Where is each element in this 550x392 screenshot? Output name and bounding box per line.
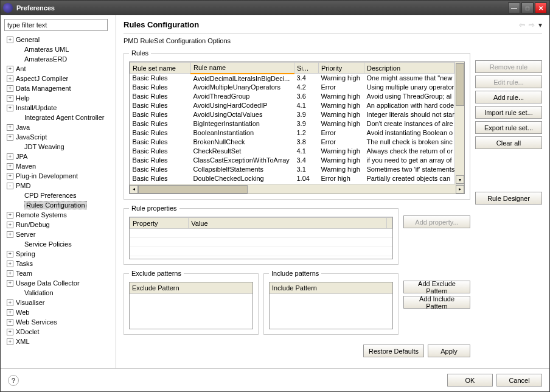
expand-icon[interactable]: + bbox=[7, 75, 13, 82]
tree-item[interactable]: +AspectJ Compiler bbox=[4, 74, 112, 83]
table-row[interactable]: Basic RulesAvoidMultipleUnaryOperators4.… bbox=[130, 83, 454, 92]
scroll-thumb[interactable] bbox=[456, 63, 464, 106]
table-row[interactable]: Basic RulesCheckResultSet4.1Warning high… bbox=[130, 147, 454, 156]
col-property[interactable]: Property bbox=[130, 218, 189, 229]
tree-item[interactable]: Amateras UML bbox=[4, 44, 112, 54]
back-icon[interactable]: ⇦ bbox=[519, 21, 525, 29]
tree-item[interactable]: +Remote Systems bbox=[4, 210, 112, 220]
col-priority[interactable]: Priority bbox=[319, 63, 364, 74]
tree-item[interactable]: +Help bbox=[4, 93, 112, 103]
ok-button[interactable]: OK bbox=[447, 374, 493, 387]
tree-item[interactable]: CPD Preferences bbox=[4, 191, 112, 200]
tree-item[interactable]: +Usage Data Collector bbox=[4, 278, 112, 288]
expand-icon[interactable]: + bbox=[7, 261, 13, 267]
tree-item[interactable]: AmaterasERD bbox=[4, 54, 112, 64]
col-since[interactable]: Si... bbox=[294, 63, 319, 74]
table-row[interactable]: Basic RulesClassCastExceptionWithToArray… bbox=[130, 156, 454, 165]
col-ruleset[interactable]: Rule set name bbox=[130, 63, 191, 74]
col-value[interactable]: Value bbox=[189, 218, 387, 229]
tree-item[interactable]: +Server bbox=[4, 229, 112, 239]
props-table[interactable]: Property Value bbox=[129, 217, 393, 259]
edit-rule-button[interactable]: Edit rule... bbox=[475, 75, 542, 88]
vertical-scrollbar[interactable]: ▾ bbox=[454, 62, 464, 184]
expand-icon[interactable]: + bbox=[7, 124, 13, 131]
tree-item[interactable]: Integrated Agent Controller bbox=[4, 113, 112, 122]
tree-item[interactable]: +JavaScript bbox=[4, 132, 112, 142]
restore-defaults-button[interactable]: Restore Defaults bbox=[363, 345, 424, 357]
table-row[interactable]: Basic RulesAvoidUsingHardCodedIP4.1Warni… bbox=[130, 101, 454, 110]
expand-icon[interactable]: + bbox=[7, 212, 13, 219]
add-include-button[interactable]: Add Include Pattern bbox=[403, 296, 470, 309]
expand-icon[interactable]: + bbox=[7, 85, 13, 92]
tree-item[interactable]: +Spring bbox=[4, 249, 112, 259]
hscroll-thumb[interactable] bbox=[138, 185, 248, 194]
tree-item[interactable]: +JPA bbox=[4, 152, 112, 161]
add-exclude-button[interactable]: Add Exclude Pattern bbox=[403, 281, 470, 293]
tree-item[interactable]: +Tasks bbox=[4, 259, 112, 268]
filter-input[interactable] bbox=[4, 19, 108, 31]
tree-item[interactable]: +Web Services bbox=[4, 317, 112, 327]
expand-icon[interactable]: + bbox=[7, 319, 13, 326]
add-property-button[interactable]: Add property... bbox=[403, 215, 470, 228]
apply-button[interactable]: Apply bbox=[428, 345, 470, 357]
table-row[interactable]: Basic RulesAvoidDecimalLiteralsInBigDeci… bbox=[130, 74, 454, 83]
tree-item[interactable]: +XML bbox=[4, 337, 112, 346]
expand-icon[interactable]: + bbox=[7, 173, 13, 180]
tree-item[interactable]: +Ant bbox=[4, 64, 112, 74]
expand-icon[interactable]: + bbox=[7, 37, 13, 43]
preferences-tree[interactable]: +GeneralAmateras UMLAmaterasERD+Ant+Aspe… bbox=[4, 35, 112, 365]
dropdown-icon[interactable]: ▾ bbox=[538, 21, 542, 29]
expand-icon[interactable]: + bbox=[7, 95, 13, 102]
tree-item[interactable]: Rules Configuration bbox=[4, 200, 112, 210]
forward-icon[interactable]: ⇨ bbox=[529, 21, 535, 29]
rule-designer-button[interactable]: Rule Designer bbox=[475, 192, 542, 205]
tree-item[interactable]: +Maven bbox=[4, 161, 112, 171]
expand-icon[interactable]: + bbox=[7, 153, 13, 160]
cancel-button[interactable]: Cancel bbox=[496, 374, 542, 387]
scroll-right-icon[interactable]: ▸ bbox=[456, 185, 464, 194]
help-icon[interactable]: ? bbox=[8, 375, 19, 386]
minimize-button[interactable]: ― bbox=[508, 2, 520, 13]
table-row[interactable]: Basic RulesBooleanInstantiation1.2ErrorA… bbox=[130, 128, 454, 138]
tree-item[interactable]: +Visualiser bbox=[4, 298, 112, 307]
expand-icon[interactable]: + bbox=[7, 280, 13, 287]
expand-icon[interactable]: + bbox=[7, 231, 13, 238]
table-row[interactable]: Basic RulesDoubleCheckedLocking1.04Error… bbox=[130, 174, 454, 183]
tree-item[interactable]: +Java bbox=[4, 122, 112, 132]
expand-icon[interactable]: + bbox=[7, 222, 13, 228]
remove-rule-button[interactable]: Remove rule bbox=[475, 60, 542, 73]
horizontal-scrollbar[interactable]: ◂ ▸ bbox=[130, 184, 464, 194]
tree-item[interactable]: -PMD bbox=[4, 181, 112, 191]
close-button[interactable]: ✕ bbox=[535, 2, 547, 13]
tree-item[interactable]: +Install/Update bbox=[4, 103, 112, 113]
expand-icon[interactable]: + bbox=[7, 270, 13, 277]
tree-item[interactable]: +Data Management bbox=[4, 83, 112, 93]
col-rulename[interactable]: Rule name bbox=[191, 63, 294, 74]
export-ruleset-button[interactable]: Export rule set... bbox=[475, 121, 542, 134]
expand-icon[interactable]: + bbox=[7, 338, 13, 345]
maximize-button[interactable]: □ bbox=[521, 2, 534, 13]
tree-item[interactable]: JDT Weaving bbox=[4, 142, 112, 152]
tree-item[interactable]: +XDoclet bbox=[4, 327, 112, 337]
table-row[interactable]: Basic RulesAvoidUsingOctalValues3.9Warni… bbox=[130, 110, 454, 119]
tree-item[interactable]: +General bbox=[4, 35, 112, 44]
expand-icon[interactable]: + bbox=[7, 309, 13, 316]
expand-icon[interactable]: + bbox=[7, 134, 13, 141]
col-description[interactable]: Description bbox=[364, 63, 454, 74]
tree-item[interactable]: +Team bbox=[4, 268, 112, 278]
tree-item[interactable]: +Web bbox=[4, 307, 112, 317]
table-row[interactable]: Basic RulesAvoidThreadGroup3.6Warning hi… bbox=[130, 92, 454, 101]
table-row[interactable]: Basic RulesBrokenNullCheck3.8ErrorThe nu… bbox=[130, 138, 454, 147]
scroll-left-icon[interactable]: ◂ bbox=[130, 185, 138, 194]
expand-icon[interactable]: + bbox=[7, 251, 13, 257]
expand-icon[interactable]: + bbox=[7, 163, 13, 170]
collapse-icon[interactable]: - bbox=[7, 183, 13, 189]
scroll-down-icon[interactable]: ▾ bbox=[456, 175, 464, 184]
rules-table[interactable]: Rule set name Rule name Si... Priority D… bbox=[130, 62, 454, 184]
expand-icon[interactable]: + bbox=[7, 66, 13, 72]
table-row[interactable]: Basic RulesCollapsibleIfStatements3.1War… bbox=[130, 165, 454, 174]
include-table[interactable]: Include Pattern bbox=[269, 282, 393, 329]
expand-icon[interactable]: + bbox=[7, 105, 13, 111]
exclude-table[interactable]: Exclude Pattern bbox=[129, 282, 253, 329]
tree-item[interactable]: +Run/Debug bbox=[4, 220, 112, 229]
